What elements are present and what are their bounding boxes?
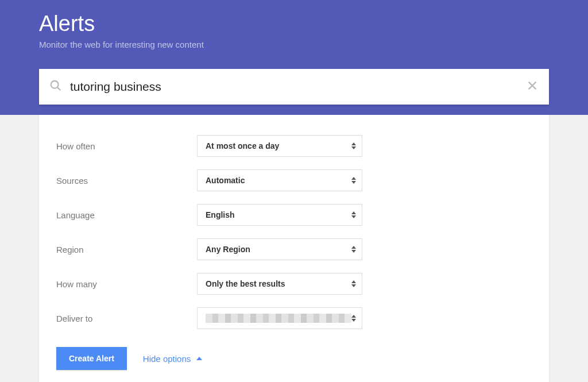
label-sources: Sources <box>56 176 197 186</box>
create-alert-button[interactable]: Create Alert <box>56 347 127 370</box>
search-bar[interactable] <box>39 69 549 105</box>
svg-point-0 <box>51 81 59 88</box>
row-region: Region Any Region <box>56 232 532 267</box>
options-card: How often At most once a day Sources Aut… <box>39 115 549 382</box>
row-language: Language English <box>56 198 532 232</box>
select-language[interactable]: English <box>197 204 362 226</box>
row-how-many: How many Only the best results <box>56 267 532 301</box>
page-subtitle: Monitor the web for interesting new cont… <box>39 40 549 49</box>
caret-icon <box>351 246 356 253</box>
select-sources-value: Automatic <box>206 176 245 185</box>
select-region[interactable]: Any Region <box>197 238 362 260</box>
caret-icon <box>351 142 356 149</box>
actions-row: Create Alert Hide options <box>56 347 532 370</box>
caret-icon <box>351 315 356 322</box>
redacted-email <box>206 314 351 323</box>
row-how-often: How often At most once a day <box>56 129 532 163</box>
row-sources: Sources Automatic <box>56 163 532 198</box>
row-deliver-to: Deliver to <box>56 301 532 335</box>
label-language: Language <box>56 210 197 220</box>
search-icon <box>49 79 62 94</box>
label-deliver-to: Deliver to <box>56 314 197 323</box>
select-how-many[interactable]: Only the best results <box>197 273 362 295</box>
select-how-many-value: Only the best results <box>206 279 285 288</box>
svg-line-1 <box>57 87 61 91</box>
search-input[interactable] <box>70 80 526 94</box>
hide-options-link[interactable]: Hide options <box>143 354 202 364</box>
label-how-often: How often <box>56 141 197 151</box>
select-deliver-to[interactable] <box>197 307 362 329</box>
select-sources[interactable]: Automatic <box>197 169 362 191</box>
select-how-often-value: At most once a day <box>206 141 279 151</box>
hide-options-label: Hide options <box>143 354 191 364</box>
select-how-often[interactable]: At most once a day <box>197 135 362 157</box>
page-title: Alerts <box>39 11 549 36</box>
select-region-value: Any Region <box>206 245 250 254</box>
select-language-value: English <box>206 210 235 219</box>
label-how-many: How many <box>56 279 197 289</box>
caret-up-icon <box>196 357 202 360</box>
options-card-wrap: How often At most once a day Sources Aut… <box>0 115 588 382</box>
clear-icon[interactable] <box>526 79 539 94</box>
select-deliver-to-value <box>206 314 351 323</box>
caret-icon <box>351 211 356 218</box>
label-region: Region <box>56 245 197 254</box>
caret-icon <box>351 177 356 184</box>
caret-icon <box>351 280 356 287</box>
header: Alerts Monitor the web for interesting n… <box>0 0 588 115</box>
